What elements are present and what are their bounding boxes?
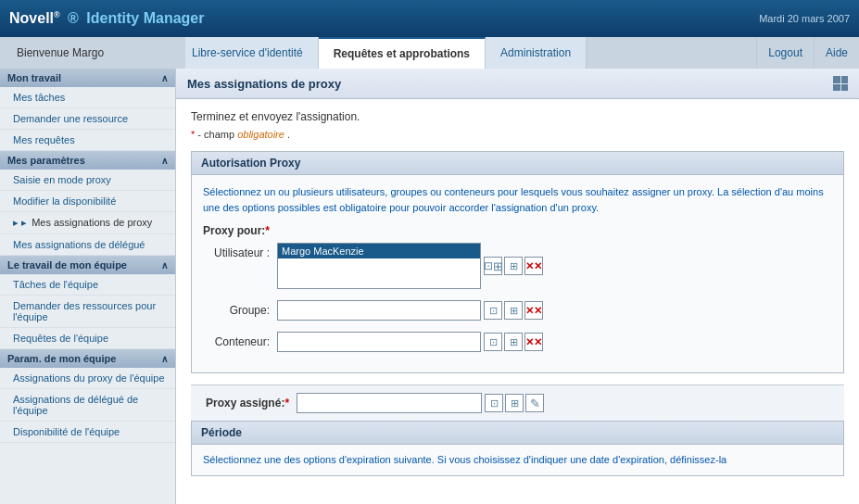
sidebar-item-saisie-mode-proxy[interactable]: Saisie en mode proxy bbox=[0, 170, 175, 191]
groupe-buttons: ⊡ ⊞ ✕ bbox=[484, 301, 543, 320]
periode-description: Sélectionnez une des options d'expiratio… bbox=[192, 445, 843, 475]
main-content-area: Mes assignations de proxy Terminez et en… bbox=[176, 69, 859, 504]
proxy-assigne-edit-btn[interactable]: ✎ bbox=[525, 394, 544, 412]
groupe-label: Groupe: bbox=[203, 300, 277, 317]
sidebar-item-disponibilite-equipe[interactable]: Disponibilité de l'équipe bbox=[0, 422, 175, 443]
groupe-delete-btn[interactable]: ✕ bbox=[524, 301, 543, 320]
sidebar-item-taches-equipe[interactable]: Tâches de l'équipe bbox=[0, 274, 175, 296]
sidebar-item-assignations-proxy-equipe[interactable]: Assignations du proxy de l'équipe bbox=[0, 368, 175, 389]
main-header: Mes assignations de proxy bbox=[176, 69, 859, 99]
collapse-icon-4: ∧ bbox=[161, 354, 168, 364]
utilisateur-buttons: ⊡ ⊞ ✕ bbox=[484, 257, 543, 275]
navbar: Bienvenue Margo Libre-service d'identité… bbox=[0, 37, 859, 69]
utilisateur-field-row: Utilisateur : Margo MacKenzie ⊡ bbox=[203, 243, 832, 289]
groupe-input[interactable] bbox=[277, 300, 481, 321]
sidebar-item-modifier-disponibilite[interactable]: Modifier la disponibilité bbox=[0, 191, 175, 212]
conteneur-input-area: ⊡ ⊞ ✕ bbox=[277, 332, 543, 352]
page-title: Mes assignations de proxy bbox=[187, 77, 341, 91]
conteneur-browse-btn[interactable]: ⊞ bbox=[504, 333, 523, 351]
header-date: Mardi 20 mars 2007 bbox=[759, 13, 850, 24]
app-header: Novell® ® Identity Manager Mardi 20 mars… bbox=[0, 0, 859, 37]
proxy-assigne-label: Proxy assigné:* bbox=[206, 397, 289, 410]
utilisateur-delete-btn[interactable]: ✕ bbox=[524, 257, 543, 275]
collapse-icon: ∧ bbox=[161, 73, 168, 83]
tab-self-service[interactable]: Libre-service d'identité bbox=[177, 37, 319, 69]
groupe-search-btn[interactable]: ⊡ bbox=[484, 301, 502, 320]
main-form: Terminez et envoyez l'assignation. * - c… bbox=[176, 99, 859, 487]
proxy-pour-label: Proxy pour:* bbox=[203, 224, 832, 237]
periode-section: Période Sélectionnez une des options d'e… bbox=[191, 421, 844, 476]
conteneur-buttons: ⊡ ⊞ ✕ bbox=[484, 333, 543, 351]
layout: Mon travail ∧ Mes tâches Demander une re… bbox=[0, 69, 859, 504]
proxy-assigne-row: Proxy assigné:* ⊡ ⊞ ✎ bbox=[191, 384, 844, 421]
utilisateur-input-area: Margo MacKenzie ⊡ ⊞ bbox=[277, 243, 543, 289]
conteneur-label: Conteneur: bbox=[203, 332, 277, 348]
obligatoire-text: obligatoire bbox=[237, 129, 284, 140]
proxy-assigne-buttons: ⊡ ⊞ ✎ bbox=[485, 394, 544, 412]
app-logo: Novell® ® Identity Manager bbox=[9, 10, 205, 27]
proxy-assigne-search-btn[interactable]: ⊡ bbox=[485, 394, 503, 412]
logout-button[interactable]: Logout bbox=[756, 37, 814, 69]
sidebar-section-travail-equipe[interactable]: Le travail de mon équipe ∧ bbox=[0, 256, 175, 274]
proxy-description: Sélectionnez un ou plusieurs utilisateur… bbox=[203, 184, 832, 215]
sidebar-item-requetes-equipe[interactable]: Requêtes de l'équipe bbox=[0, 328, 175, 349]
collapse-icon-2: ∧ bbox=[161, 156, 168, 166]
sidebar-section-param-equipe[interactable]: Param. de mon équipe ∧ bbox=[0, 349, 175, 368]
grid-view-icon[interactable] bbox=[833, 76, 848, 91]
logo-separator: ® bbox=[68, 10, 79, 26]
greeting: Bienvenue Margo bbox=[9, 37, 185, 69]
autorisation-proxy-content: Sélectionnez un ou plusieurs utilisateur… bbox=[192, 175, 843, 372]
sidebar-item-mes-assignations-delegue[interactable]: Mes assignations de délégué bbox=[0, 234, 175, 256]
nav-tabs: Libre-service d'identité Requêtes et app… bbox=[176, 37, 587, 69]
sidebar: Mon travail ∧ Mes tâches Demander une re… bbox=[0, 69, 176, 504]
conteneur-input[interactable] bbox=[277, 332, 481, 352]
sidebar-item-demander-ressources-equipe[interactable]: Demander des ressources pour l'équipe bbox=[0, 296, 175, 328]
sidebar-section-mes-parametres[interactable]: Mes paramètres ∧ bbox=[0, 151, 175, 170]
conteneur-search-btn[interactable]: ⊡ bbox=[484, 333, 502, 351]
conteneur-field-row: Conteneur: ⊡ ⊞ ✕ bbox=[203, 332, 832, 352]
collapse-icon-3: ∧ bbox=[161, 260, 168, 271]
logo-product: Identity Manager bbox=[86, 10, 204, 26]
periode-header: Période bbox=[192, 422, 843, 445]
proxy-assigne-browse-btn[interactable]: ⊞ bbox=[505, 394, 524, 412]
tab-requests[interactable]: Requêtes et approbations bbox=[319, 37, 486, 69]
tab-admin[interactable]: Administration bbox=[486, 37, 587, 69]
utilisateur-browse-btn[interactable]: ⊞ bbox=[504, 257, 523, 275]
utilisateur-label: Utilisateur : bbox=[203, 243, 277, 259]
utilisateur-dropdown[interactable]: Margo MacKenzie bbox=[277, 243, 481, 289]
sidebar-item-demander-ressource[interactable]: Demander une ressource bbox=[0, 108, 175, 130]
sidebar-item-mes-requetes[interactable]: Mes requêtes bbox=[0, 130, 175, 151]
utilisateur-option-selected[interactable]: Margo MacKenzie bbox=[278, 244, 480, 258]
groupe-field-row: Groupe: ⊡ ⊞ ✕ bbox=[203, 300, 832, 321]
sidebar-section-mon-travail[interactable]: Mon travail ∧ bbox=[0, 69, 175, 87]
aide-button[interactable]: Aide bbox=[814, 37, 859, 69]
groupe-input-area: ⊡ ⊞ ✕ bbox=[277, 300, 543, 321]
intro-text: Terminez et envoyez l'assignation. bbox=[191, 110, 844, 123]
conteneur-delete-btn[interactable]: ✕ bbox=[524, 333, 543, 351]
proxy-assigne-input[interactable] bbox=[297, 393, 482, 413]
autorisation-proxy-header: Autorisation Proxy bbox=[192, 152, 843, 175]
logo-novell: Novell bbox=[9, 10, 54, 26]
utilisateur-search-btn[interactable]: ⊡ bbox=[484, 257, 502, 275]
required-note: * - champ obligatoire . bbox=[191, 129, 844, 140]
sidebar-item-mes-taches[interactable]: Mes tâches bbox=[0, 87, 175, 108]
autorisation-proxy-section: Autorisation Proxy Sélectionnez un ou pl… bbox=[191, 151, 844, 373]
sidebar-item-assignations-delegue-equipe[interactable]: Assignations de délégué de l'équipe bbox=[0, 389, 175, 422]
sidebar-item-mes-assignations-proxy[interactable]: ▸ Mes assignations de proxy bbox=[0, 212, 175, 234]
groupe-browse-btn[interactable]: ⊞ bbox=[504, 301, 523, 320]
logo-reg: ® bbox=[54, 10, 60, 19]
